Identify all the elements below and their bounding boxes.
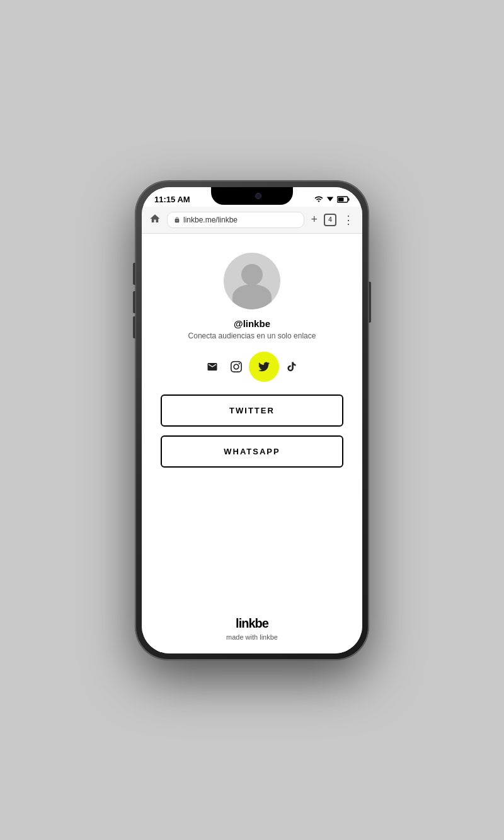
tiktok-social-icon[interactable]: [280, 355, 303, 378]
svg-marker-0: [327, 197, 334, 202]
instagram-social-icon[interactable]: [225, 355, 248, 378]
avatar-figure: [224, 253, 280, 309]
footer: linkbe made with linkbe: [226, 597, 278, 641]
bio: Conecta audiencias en un solo enlace: [188, 331, 316, 340]
signal-icon: [314, 195, 323, 204]
camera: [255, 193, 261, 199]
instagram-svg: [231, 361, 242, 372]
wifi-icon: [326, 195, 335, 204]
svg-rect-2: [348, 198, 350, 200]
notch: [211, 187, 293, 205]
avatar: [224, 253, 280, 309]
mail-svg: [207, 361, 218, 372]
tiktok-svg: [286, 361, 297, 372]
url-bar[interactable]: linkbe.me/linkbe: [167, 212, 304, 228]
browser-actions: + 4 ⋮: [311, 213, 355, 227]
footer-tagline: made with linkbe: [226, 633, 278, 641]
url-text: linkbe.me/linkbe: [183, 216, 238, 224]
mail-social-icon[interactable]: [201, 355, 224, 378]
twitter-button[interactable]: TWITTER: [161, 394, 343, 427]
battery-icon: [337, 196, 350, 203]
username: @linkbe: [234, 318, 270, 329]
phone-frame: 11:15 AM linkbe.me/linkbe: [135, 181, 369, 660]
avatar-body: [232, 284, 272, 309]
twitter-svg: [258, 361, 270, 372]
more-options-icon[interactable]: ⋮: [343, 213, 355, 227]
whatsapp-button[interactable]: WHATSAPP: [161, 435, 343, 468]
browser-bar: linkbe.me/linkbe + 4 ⋮: [142, 207, 362, 234]
lock-icon: [174, 216, 180, 224]
status-icons: [314, 195, 350, 204]
avatar-head: [241, 264, 263, 285]
page-content: @linkbe Conecta audiencias en un solo en…: [142, 234, 362, 653]
svg-rect-3: [338, 197, 344, 201]
social-icons-row: [201, 352, 303, 382]
twitter-social-icon[interactable]: [249, 352, 279, 382]
home-icon[interactable]: [149, 213, 161, 227]
status-time: 11:15 AM: [154, 195, 190, 204]
phone-screen: 11:15 AM linkbe.me/linkbe: [142, 187, 362, 653]
tab-count[interactable]: 4: [324, 214, 336, 226]
footer-logo: linkbe: [236, 616, 268, 631]
add-tab-icon[interactable]: +: [311, 213, 318, 226]
